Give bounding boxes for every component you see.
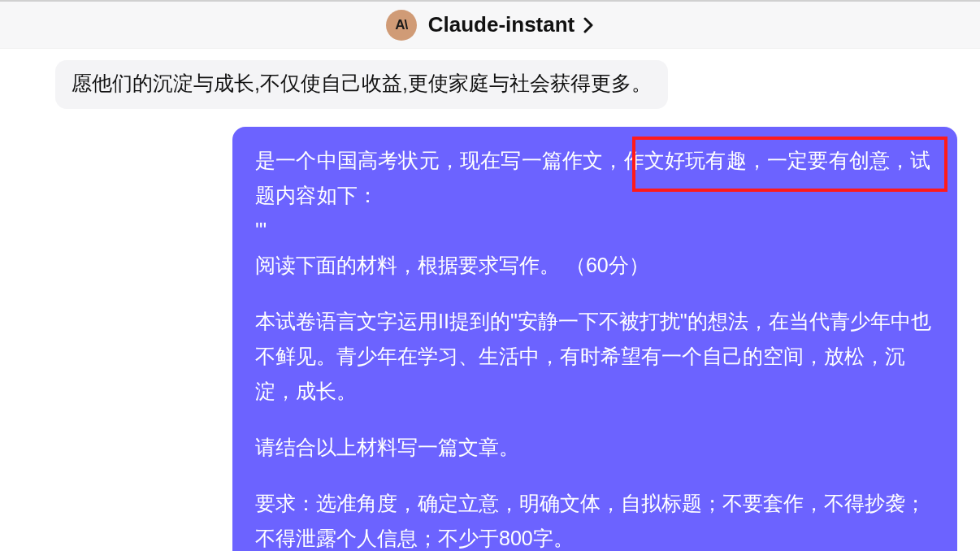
chat-area: 愿他们的沉淀与成长,不仅使自己收益,更使家庭与社会获得更多。 是一个中国高考状元… (0, 49, 980, 551)
user-line-1: 是一个中国高考状元，现在写一篇作文，作文好玩有趣，一定要有创意，试题内容如下： (255, 143, 934, 213)
user-message-bubble: 是一个中国高考状元，现在写一篇作文，作文好玩有趣，一定要有创意，试题内容如下： … (232, 127, 957, 552)
user-line-2: ''' (255, 213, 934, 248)
user-message-text: 是一个中国高考状元，现在写一篇作文，作文好玩有趣，一定要有创意，试题内容如下： … (255, 143, 934, 552)
assistant-message-text: 愿他们的沉淀与成长,不仅使自己收益,更使家庭与社会获得更多。 (72, 72, 652, 94)
avatar-text: A\ (395, 17, 407, 33)
user-line-3: 阅读下面的材料，根据要求写作。 （60分） (255, 248, 934, 283)
assistant-message-bubble: 愿他们的沉淀与成长,不仅使自己收益,更使家庭与社会获得更多。 (55, 60, 668, 109)
user-line-6: 要求：选准角度，确定立意，明确文体，自拟标题；不要套作，不得抄袭；不得泄露个人信… (255, 486, 934, 552)
chat-title-button[interactable]: Claude-instant (428, 12, 595, 37)
header-bar: A\ Claude-instant (0, 2, 980, 49)
user-line-4: 本试卷语言文字运用II提到的"安静一下不被打扰"的想法，在当代青少年中也不鲜见。… (255, 304, 934, 409)
avatar: A\ (386, 10, 417, 41)
message-row-user: 是一个中国高考状元，现在写一篇作文，作文好玩有趣，一定要有创意，试题内容如下： … (15, 127, 965, 552)
chevron-right-icon (583, 20, 594, 31)
message-row-assistant: 愿他们的沉淀与成长,不仅使自己收益,更使家庭与社会获得更多。 (15, 60, 965, 109)
chat-title: Claude-instant (428, 12, 575, 37)
user-line-5: 请结合以上材料写一篇文章。 (255, 430, 934, 465)
